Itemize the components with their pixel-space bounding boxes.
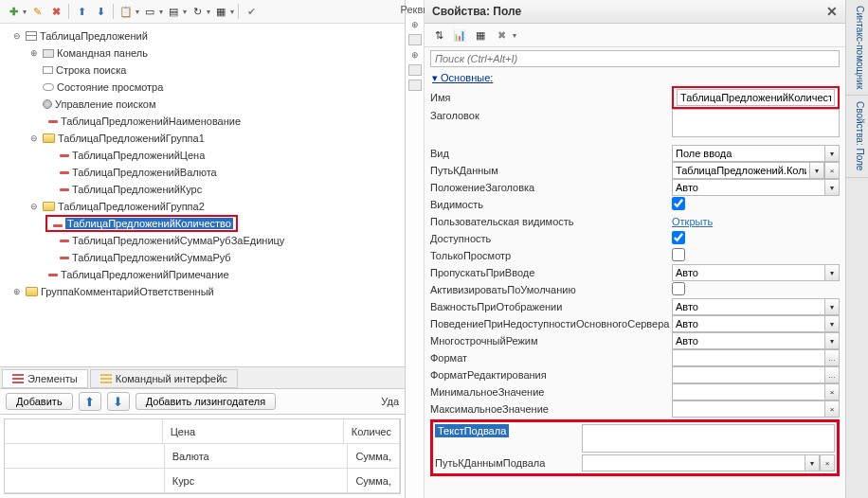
prop-datapath-input[interactable] — [672, 162, 809, 179]
add-icon[interactable]: ✚ — [5, 3, 22, 20]
col-sum[interactable]: Сумма, — [348, 444, 400, 468]
clear-small-icon[interactable]: × — [824, 162, 840, 179]
dropdown-icon[interactable]: ▾ — [824, 179, 840, 196]
sliver-item-icon[interactable] — [408, 64, 422, 76]
col-qty[interactable]: Количес — [344, 419, 400, 443]
prop-visible-checkbox[interactable] — [672, 197, 685, 210]
add-button[interactable]: Добавить — [6, 393, 73, 410]
col-currency[interactable]: Валюта — [165, 444, 349, 468]
tree-item[interactable]: ТаблицаПредложенийГруппа2 — [58, 201, 205, 212]
tree-root[interactable]: ТаблицаПредложений — [40, 30, 148, 42]
check-icon[interactable]: ✔ — [243, 3, 260, 20]
prop-min-input[interactable] — [672, 383, 824, 400]
dropdown-icon[interactable]: ▾ — [809, 162, 824, 179]
dropdown-icon[interactable]: ▾ — [824, 332, 840, 349]
tree-item[interactable]: ГруппаКомментарийОтветственный — [41, 286, 214, 297]
tree-item[interactable]: ТаблицаПредложенийВалюта — [72, 167, 217, 178]
tree-item[interactable]: ТаблицаПредложенийСуммаРуб — [72, 252, 231, 263]
sort-icon[interactable]: ⇅ — [430, 27, 447, 44]
tab-properties[interactable]: Свойства: Поле — [846, 96, 868, 177]
tree-item[interactable]: Управление поиском — [55, 98, 156, 110]
clear-small-icon[interactable]: × — [824, 400, 840, 418]
tab-elements[interactable]: Элементы — [2, 369, 88, 388]
dropdown-icon[interactable]: ▾ — [824, 315, 840, 332]
tree-item[interactable]: ТаблицаПредложенийНаименование — [61, 116, 241, 127]
tab-command-interface[interactable]: Командный интерфейс — [90, 369, 238, 388]
window-icon[interactable]: ▭ — [141, 3, 158, 20]
prop-kind-input[interactable] — [672, 145, 824, 162]
prop-titlepos-input[interactable] — [672, 179, 824, 196]
tree-item[interactable]: ТаблицаПредложенийПримечание — [61, 269, 229, 280]
search-input[interactable] — [430, 50, 840, 67]
tab-syntax-helper[interactable]: Синтакс-помощник — [846, 0, 868, 96]
collapse-icon[interactable]: ⊖ — [28, 201, 40, 212]
move-up-button[interactable]: ⬆ — [79, 392, 101, 411]
move-down-button[interactable]: ⬇ — [107, 392, 130, 411]
prop-footertext-input[interactable] — [582, 424, 835, 453]
edit-icon[interactable]: ✎ — [28, 3, 45, 20]
prop-activate-checkbox[interactable] — [672, 282, 685, 295]
field-icon — [53, 224, 63, 227]
collapse-icon[interactable]: ⊖ — [11, 30, 23, 42]
layout-icon[interactable]: ▤ — [165, 3, 182, 20]
down-icon[interactable]: ⬇ — [92, 3, 109, 20]
ellipsis-icon[interactable]: … — [824, 366, 840, 383]
add-lessor-button[interactable]: Добавить лизингодателя — [136, 393, 276, 410]
delete-button-cut[interactable]: Уда — [381, 396, 399, 407]
expand-icon[interactable]: ⊕ — [28, 47, 40, 59]
dropdown-icon[interactable]: ▾ — [824, 298, 840, 315]
eye-icon — [43, 83, 54, 91]
expand-icon[interactable]: ⊕ — [409, 19, 421, 30]
prop-unavail-input[interactable] — [672, 315, 824, 332]
dropdown-icon[interactable]: ▾ — [805, 454, 820, 471]
filter-icon[interactable]: 📊 — [451, 27, 468, 44]
expand-icon[interactable]: ⊕ — [409, 49, 421, 61]
col-sum2[interactable]: Сумма, — [348, 469, 400, 492]
copy-icon[interactable]: 📋 — [118, 3, 135, 20]
dropdown-icon[interactable]: ▾ — [824, 145, 840, 162]
tree-item-selected[interactable]: ТаблицаПредложенийКоличество — [65, 218, 233, 229]
prop-multiline-label: МногострочныйРежим — [430, 334, 672, 347]
form-tree[interactable]: ⊖ТаблицаПредложений ⊕Командная панель Ст… — [0, 24, 405, 366]
prop-name-input[interactable] — [677, 89, 835, 106]
sliver-item-icon[interactable] — [408, 80, 422, 91]
collapse-icon[interactable]: ⊖ — [28, 133, 40, 144]
tree-item[interactable]: ТаблицаПредложенийЦена — [72, 150, 205, 161]
delete-icon[interactable]: ✖ — [47, 3, 64, 20]
tree-item[interactable]: Строка поиска — [56, 64, 126, 76]
tree-item[interactable]: Состояние просмотра — [57, 81, 163, 93]
dropdown-icon[interactable]: ▾ — [824, 264, 840, 281]
field-icon — [60, 257, 69, 259]
rotate-icon[interactable]: ↻ — [189, 3, 206, 20]
prop-skip-input[interactable] — [672, 264, 824, 281]
tree-item[interactable]: ТаблицаПредложенийГруппа1 — [58, 133, 205, 144]
prop-footerpath-input[interactable] — [582, 454, 805, 471]
prop-max-input[interactable] — [672, 400, 824, 418]
col-price[interactable]: Цена — [163, 419, 344, 443]
categories-icon[interactable]: ▦ — [472, 27, 489, 44]
prop-title-input[interactable] — [672, 109, 840, 137]
tree-item[interactable]: ТаблицаПредложенийКурс — [72, 184, 202, 195]
tree-item[interactable]: ТаблицаПредложенийСуммаРубЗаЕдиницу — [72, 235, 284, 246]
grid-icon[interactable]: ▦ — [212, 3, 229, 20]
expand-icon[interactable]: ⊕ — [11, 286, 23, 297]
prop-readonly-checkbox[interactable] — [672, 248, 685, 261]
tree-item[interactable]: Командная панель — [57, 47, 148, 59]
cmd-iface-icon — [100, 374, 112, 383]
sliver-item-icon[interactable] — [408, 34, 422, 45]
prop-avail-checkbox[interactable] — [672, 231, 685, 244]
prop-multiline-input[interactable] — [672, 332, 824, 349]
prop-editformat-input[interactable] — [672, 366, 824, 383]
clear-small-icon[interactable]: × — [824, 383, 840, 400]
prop-titlepos-label: ПоложениеЗаголовка — [430, 181, 672, 194]
ellipsis-icon[interactable]: … — [824, 349, 840, 366]
clear-icon[interactable]: ✖ — [493, 27, 510, 44]
clear-small-icon[interactable]: × — [820, 454, 835, 471]
prop-uservis-link[interactable]: Открыть — [672, 216, 713, 227]
prop-format-input[interactable] — [672, 349, 824, 366]
section-main[interactable]: ▾ Основные: — [425, 70, 845, 86]
up-icon[interactable]: ⬆ — [73, 3, 90, 20]
close-icon[interactable]: ✕ — [826, 4, 838, 19]
prop-importance-input[interactable] — [672, 298, 824, 315]
col-rate[interactable]: Курс — [165, 469, 349, 492]
